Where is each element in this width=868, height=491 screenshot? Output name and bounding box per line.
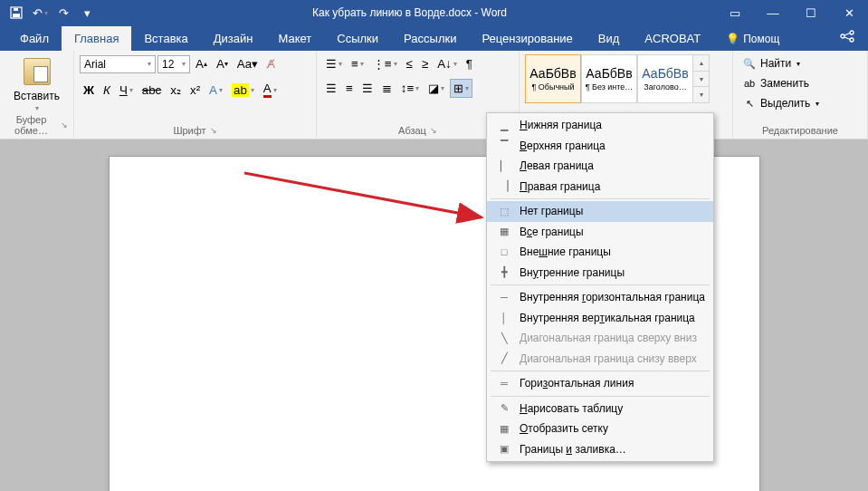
shading-button[interactable]: ◪ [424,79,448,98]
menu-inside-borders[interactable]: ╋Внутренние границы [487,263,713,284]
menu-inside-h-border[interactable]: ─Внутренняя горизонтальная граница [487,287,713,308]
line-spacing-button[interactable]: ↕≡ [397,79,423,98]
strikethrough-button[interactable]: abc [138,81,166,100]
bottom-border-icon: ▁ [494,118,514,132]
svg-line-6 [844,34,850,36]
tab-references[interactable]: Ссылки [324,26,391,51]
font-color-button[interactable]: A [260,79,281,101]
close-button[interactable]: ✕ [830,0,868,25]
inside-h-icon: ─ [494,290,514,304]
show-marks-button[interactable]: ¶ [463,54,476,73]
top-border-icon: ▔ [494,139,514,153]
tab-mailings[interactable]: Рассылки [391,26,469,51]
minimize-button[interactable]: ― [754,0,792,25]
annotation-arrow [244,169,498,233]
titlebar: ↶ ↷ ▾ Как убрать линию в Ворде.docx - Wo… [0,0,868,25]
align-right-button[interactable]: ☰ [358,79,377,98]
paragraph-launcher[interactable]: ↘ [430,126,437,135]
menu-draw-table[interactable]: ✎Нарисовать таблицу [487,399,713,419]
select-button[interactable]: ↖Выделить▾ [739,94,823,112]
tab-home[interactable]: Главная [62,26,131,51]
undo-button[interactable]: ↶ [29,2,51,24]
svg-line-9 [244,173,482,217]
document-title: Как убрать линию в Ворде.docx - Word [103,6,716,19]
group-label-clipboard: Буфер обме… [5,114,57,136]
style-normal[interactable]: АаБбВв ¶ Обычный [525,54,581,103]
diag-up-icon: ╱ [494,351,514,366]
redo-button[interactable]: ↷ [52,2,74,24]
tab-acrobat[interactable]: ACROBAT [632,26,713,51]
ribbon: Вставить ▾ Буфер обме…↘ Arial 12 A▴ A▾ A… [0,51,868,140]
font-name-combo[interactable]: Arial [80,55,156,73]
borders-button[interactable]: ⊞ [450,79,472,98]
menu-inside-v-border[interactable]: │Внутренняя вертикальная граница [487,308,713,329]
clipboard-launcher[interactable]: ↘ [61,120,68,130]
save-button[interactable] [5,2,27,24]
multilevel-button[interactable]: ⋮≡ [369,54,401,73]
justify-button[interactable]: ≣ [378,79,396,98]
numbering-button[interactable]: ≡ [348,54,367,73]
increase-indent-button[interactable]: ≥ [418,54,432,73]
font-launcher[interactable]: ↘ [210,126,217,135]
styles-gallery-more[interactable]: ▴▾▾ [693,54,710,103]
tell-me[interactable]: 💡Помощ [713,27,792,51]
font-size-combo[interactable]: 12 [157,55,190,73]
svg-rect-1 [13,14,20,17]
group-label-paragraph: Абзац [398,125,426,136]
highlight-button[interactable]: ab [228,81,258,100]
menu-outside-borders[interactable]: □Внешние границы [487,242,713,263]
qat-more-button[interactable]: ▾ [76,2,98,24]
tab-file[interactable]: Файл [7,26,62,51]
bullets-button[interactable]: ☰ [322,54,346,73]
inside-v-icon: │ [494,311,514,325]
style-heading1[interactable]: АаБбВв Заголово… [637,54,693,103]
paste-label: Вставить [14,90,60,102]
menu-bottom-border[interactable]: ▁ННижняя границаижняя граница [487,115,713,136]
outside-borders-icon: □ [494,245,514,259]
ribbon-tabs: Файл Главная Вставка Дизайн Макет Ссылки… [0,25,868,51]
subscript-button[interactable]: x₂ [167,81,185,100]
menu-borders-and-shading[interactable]: ▣Границы и заливка… [487,439,713,460]
align-left-button[interactable]: ☰ [322,79,340,98]
increase-font-button[interactable]: A▴ [192,54,211,73]
menu-right-border[interactable]: ▕Правая граница [487,177,713,197]
italic-button[interactable]: К [100,81,114,100]
menu-all-borders[interactable]: ▦Все границы [487,222,713,243]
paste-button[interactable] [20,55,54,88]
change-case-button[interactable]: Aa▾ [234,54,262,73]
ribbon-display-button[interactable]: ▭ [716,0,754,25]
menu-top-border[interactable]: ▔Верхняя граница [487,136,713,157]
text-effects-button[interactable]: A [205,81,226,100]
underline-button[interactable]: Ч [116,81,137,100]
tab-view[interactable]: Вид [586,26,633,51]
hline-icon: ═ [494,376,514,390]
tab-review[interactable]: Рецензирование [469,26,585,51]
decrease-font-button[interactable]: A▾ [213,54,232,73]
share-button[interactable] [826,24,868,51]
group-label-editing: Редактирование [762,125,838,136]
svg-point-3 [841,34,844,38]
sort-button[interactable]: A↓ [434,54,461,73]
group-font: Arial 12 A▴ A▾ Aa▾ A̸ Ж К Ч abc x₂ x² A … [74,51,317,139]
tab-insert[interactable]: Вставка [131,26,200,51]
superscript-button[interactable]: x² [186,81,204,100]
maximize-button[interactable]: ☐ [792,0,830,25]
decrease-indent-button[interactable]: ≤ [403,54,416,73]
bold-button[interactable]: Ж [80,81,98,100]
align-center-button[interactable]: ≡ [342,79,357,98]
replace-button[interactable]: abЗаменить [739,74,823,92]
menu-left-border[interactable]: ▏Левая граница [487,156,713,177]
menu-horizontal-line[interactable]: ═Горизонтальная линия [487,373,713,394]
menu-no-border[interactable]: ⬚Нет границы [487,201,713,222]
replace-icon: ab [742,76,757,91]
diag-down-icon: ╲ [494,331,514,345]
svg-point-4 [850,31,854,34]
tab-design[interactable]: Дизайн [201,26,266,51]
clear-formatting-button[interactable]: A̸ [263,54,279,73]
cursor-icon: ↖ [742,96,757,111]
pencil-icon: ✎ [494,401,514,416]
tab-layout[interactable]: Макет [265,26,324,51]
find-button[interactable]: 🔍Найти▾ [739,54,823,72]
menu-view-gridlines[interactable]: ▦Отобразить сетку [487,419,713,439]
style-no-spacing[interactable]: АаБбВв ¶ Без инте… [581,54,637,103]
